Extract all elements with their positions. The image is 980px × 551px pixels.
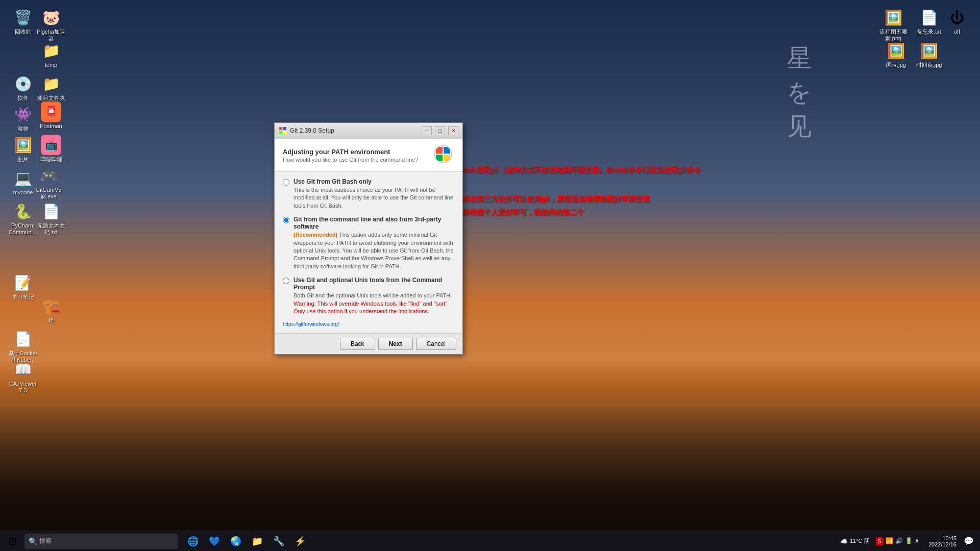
clock-time: 10:45: [942, 535, 957, 541]
option1-container: Use Git from Git Bash only This is the m…: [283, 178, 454, 210]
mycode-img: 💻: [13, 168, 33, 188]
time-jpg-icon[interactable]: 🖼️ 时间点.jpg: [911, 38, 947, 70]
cajviewer-icon[interactable]: 📖 CAJViewer 7.3: [5, 357, 41, 396]
taskbar-files-icon[interactable]: 📁: [248, 532, 266, 550]
search-label: 搜索: [39, 537, 52, 545]
svg-rect-2: [279, 131, 282, 134]
taskbar-browser-icon[interactable]: 🌏: [227, 532, 245, 550]
option3-radio[interactable]: [283, 278, 289, 284]
git-setup-dialog: Git 2.39.0 Setup ─ □ ✕ Adjusting your PA…: [274, 122, 463, 355]
notes-txt-label: 无题文本文档.txt: [35, 222, 67, 236]
option3-container: Use Git and optional Unix tools from the…: [283, 277, 454, 315]
cancel-button[interactable]: Cancel: [416, 338, 456, 350]
git-logo-inner: [434, 145, 452, 163]
minimize-button[interactable]: ─: [422, 126, 432, 135]
dialog-body: Use Git from Git Bash only This is the m…: [275, 172, 462, 333]
option3-content: Use Git and optional Unix tools from the…: [293, 277, 454, 315]
system-tray-icons: S 📶 🔊 🔋 ∧: [876, 537, 919, 545]
build-icon[interactable]: 🏗️ 建: [33, 293, 69, 325]
chinese-decorative-text: 星 を 见: [787, 41, 817, 144]
power-img: ⏻: [947, 7, 967, 28]
pycharm-img: 🐍: [13, 201, 33, 221]
dialog-subtext: How would you like to use Git from the c…: [283, 157, 418, 163]
taskbar-edge-icon[interactable]: 🌐: [184, 532, 202, 550]
cajviewer-label: CAJViewer 7.3: [7, 381, 39, 394]
projects-img: 📁: [41, 73, 61, 94]
close-button[interactable]: ✕: [448, 126, 458, 135]
notes-txt-img: 📄: [41, 201, 61, 221]
svg-rect-7: [444, 155, 450, 161]
taskbar-clock[interactable]: 10:45 2022/12/16: [925, 535, 960, 547]
table-jpg-img: 🖼️: [886, 40, 906, 61]
dialog-footer: Back Next Cancel: [275, 333, 462, 354]
temp-label: temp: [45, 62, 57, 68]
input-method-icon[interactable]: S: [876, 537, 884, 545]
expand-tray-icon[interactable]: ∧: [915, 537, 919, 545]
option1-desc: This is the most cautious choice as your…: [293, 186, 454, 210]
dialog-title-text: Git 2.39.0 Setup: [290, 127, 419, 134]
desktop: 星 を 见 🗑️ 回收站 🐷 Pigcha加速器 📁 temp 💿 软件 📁 项…: [0, 0, 980, 551]
start-button[interactable]: ⊞: [2, 531, 22, 552]
taskbar-app-icons: 🌐 💙 🌏 📁 🔧 ⚡: [184, 532, 309, 550]
svg-rect-3: [283, 131, 286, 134]
option1-radio[interactable]: [283, 179, 289, 186]
git-logo: [434, 145, 454, 165]
bilibili-icon[interactable]: 📺 哔哩哔哩: [33, 133, 69, 165]
next-button[interactable]: Next: [378, 338, 413, 350]
restore-button[interactable]: □: [435, 126, 445, 135]
taskbar-vscode-icon[interactable]: 💙: [205, 532, 224, 550]
weather-text: 11°C 阴: [850, 537, 870, 545]
power-label: off: [954, 29, 960, 35]
recycle-bin-img: 🗑️: [13, 7, 33, 28]
time-jpg-label: 时间点.jpg: [916, 62, 942, 68]
postman-icon[interactable]: 📮 Postman: [33, 99, 69, 132]
recycle-bin-label: 回收站: [15, 29, 32, 35]
volume-icon[interactable]: 🔊: [895, 537, 903, 545]
backup-txt-img: 📄: [919, 7, 939, 28]
study-notes-label: 学习笔记: [12, 294, 34, 300]
svg-rect-0: [279, 127, 282, 130]
option2-radio[interactable]: [283, 217, 289, 223]
option3-warning: Warning: This will override Windows tool…: [293, 300, 449, 314]
svg-rect-4: [436, 147, 443, 154]
taskbar-extra1-icon[interactable]: 🔧: [270, 532, 288, 550]
option2-desc: (Recommended) This option adds only some…: [293, 231, 454, 270]
notes-txt-icon[interactable]: 📄 无题文本文档.txt: [33, 199, 69, 238]
temp-icon[interactable]: 📁 temp: [33, 38, 69, 70]
network-icon[interactable]: 📶: [886, 537, 893, 545]
backup-txt-label: 备忘录.txt: [917, 29, 941, 35]
gitcam-icon[interactable]: 🎮 GitCamV5刷.exe: [31, 163, 66, 202]
option1-label: Use Git from Git Bash only: [293, 178, 454, 185]
backup-txt-icon[interactable]: 📄 备忘录.txt: [911, 5, 947, 37]
temp-img: 📁: [41, 40, 61, 61]
dialog-header-text: Adjusting your PATH environment How woul…: [283, 148, 418, 163]
taskbar: ⊞ 🔍 搜索 🌐 💙 🌏 📁 🔧 ⚡ ☁️ 11°C 阴 S 📶 🔊 🔋: [0, 531, 980, 551]
taskbar-search[interactable]: 🔍 搜索: [24, 534, 178, 549]
gitcam-img: 🎮: [38, 165, 59, 186]
build-img: 🏗️: [41, 295, 61, 316]
annotation-git-bash: 只在git bash使用git（这种方式不改变电脑环境变量）在cmd命令行没法使…: [434, 166, 701, 175]
svg-rect-6: [436, 155, 443, 161]
battery-icon[interactable]: 🔋: [905, 537, 913, 545]
notification-button[interactable]: 💬: [964, 536, 974, 546]
table-jpg-label: 课表.jpg: [886, 62, 906, 68]
dialog-url: https://gitforwindows.org/: [283, 321, 454, 327]
build-label: 建: [48, 317, 54, 323]
projects-icon[interactable]: 📁 项目文件夹: [33, 71, 69, 104]
pigcha-img: 🐷: [41, 7, 61, 28]
option2-container: Git from the command line and also from …: [283, 216, 454, 270]
dvd-img: 💿: [13, 73, 33, 94]
taskbar-tray: ☁️ 11°C 阴: [840, 537, 870, 545]
taskbar-extra2-icon[interactable]: ⚡: [291, 532, 309, 550]
gamewu-img: 👾: [13, 104, 33, 124]
option2-label: Git from the command line and also from …: [293, 216, 454, 230]
back-button[interactable]: Back: [340, 338, 375, 350]
option3-label: Use Git and optional Unix tools from the…: [293, 277, 454, 291]
svg-rect-1: [283, 127, 286, 130]
bilibili-img: 📺: [41, 135, 61, 155]
table-jpg-icon[interactable]: 🖼️ 课表.jpg: [878, 38, 914, 70]
clock-date: 2022/12/16: [928, 541, 957, 547]
mountain-silhouette: [0, 403, 980, 531]
study-notes-img: 📝: [13, 272, 33, 293]
dialog-titlebar: Git 2.39.0 Setup ─ □ ✕: [275, 123, 462, 139]
